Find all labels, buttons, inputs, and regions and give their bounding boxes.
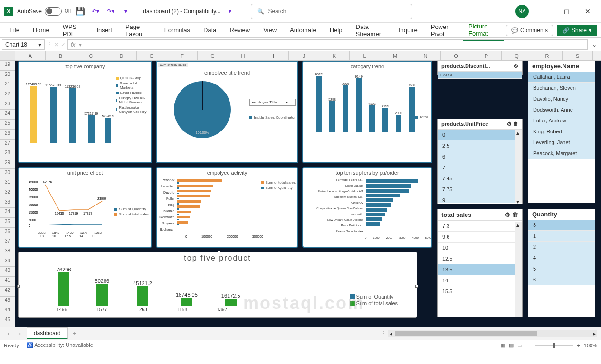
slicer-quantity[interactable]: Quantity 312456 (528, 209, 595, 317)
sheet-nav-prev[interactable]: ‹ (4, 330, 13, 337)
sheet-nav-next[interactable]: › (15, 330, 25, 337)
slicer-item[interactable]: 14 (438, 275, 522, 286)
slicer-unit-price[interactable]: products.UnitPrice⚙ 🗑 02.5677.457.7599.2… (437, 119, 523, 204)
slicer-item[interactable]: 15.5 (438, 286, 522, 297)
slicer-item[interactable]: 6 (438, 151, 522, 162)
slicer-item[interactable]: 2 (528, 242, 595, 252)
column-header[interactable]: M (380, 51, 410, 60)
qat-customize[interactable]: ▾ (120, 6, 132, 17)
resize-handle-top[interactable] (218, 251, 220, 253)
slicer-item[interactable]: 7.45 (438, 173, 522, 184)
column-header[interactable]: O (441, 51, 471, 60)
row-header[interactable]: 27 (0, 140, 15, 149)
row-header[interactable]: 20 (0, 71, 15, 81)
zoom-out[interactable]: — (526, 343, 531, 348)
save-button[interactable]: 💾 (75, 6, 86, 17)
tab-data[interactable]: Data (198, 24, 222, 37)
autosave-toggle[interactable]: AutoSave Off (17, 7, 71, 16)
column-header[interactable]: L (350, 51, 380, 60)
row-header[interactable]: 25 (0, 120, 15, 130)
slicer-item[interactable]: Fuller, Andrew (528, 115, 595, 126)
comments-button[interactable]: 💬 Comments (506, 25, 553, 36)
slicer-item[interactable]: FALSE (438, 72, 522, 79)
minimize-button[interactable]: — (536, 4, 555, 19)
slicer-item[interactable]: Leverling, Janet (528, 137, 595, 148)
row-header[interactable]: 32 (0, 188, 15, 198)
undo-button[interactable]: ↶▾ (90, 6, 101, 17)
slicer-item[interactable]: Buchanan, Steven (528, 83, 595, 93)
slicer-item[interactable]: Peacock, Margaret (528, 148, 595, 159)
column-header[interactable]: Q (502, 51, 532, 60)
row-header[interactable]: 19 (0, 61, 15, 71)
row-header[interactable]: 43 (0, 297, 15, 307)
row-header[interactable]: 38 (0, 247, 15, 257)
close-button[interactable]: ✕ (578, 4, 597, 19)
row-header[interactable]: 37 (0, 237, 15, 247)
slicer-item[interactable]: 3 (528, 220, 595, 231)
row-header[interactable]: 21 (0, 80, 15, 90)
slicer-item[interactable]: 5 (528, 263, 595, 274)
column-header[interactable]: A (15, 51, 46, 60)
collapse-ribbon[interactable]: ⌄ (590, 40, 599, 49)
slicer-discontinued[interactable]: products.Disconti...⚙ FALSE (437, 61, 523, 75)
redo-button[interactable]: ↷▾ (105, 6, 116, 17)
chart-employee-activity[interactable]: empolyee activity PeacockLeverlingDavoli… (156, 167, 298, 248)
select-all-corner[interactable] (0, 51, 15, 60)
row-header[interactable]: 28 (0, 149, 15, 159)
slicer-item[interactable]: 0 (438, 130, 522, 140)
slicer-item[interactable]: 7 (438, 162, 522, 173)
row-header[interactable]: 33 (0, 198, 15, 208)
name-box[interactable]: Chart 18▾ (2, 39, 45, 50)
column-header[interactable]: B (46, 51, 76, 60)
row-header[interactable]: 36 (0, 228, 15, 238)
horizontal-scrollbar[interactable]: ◂ ▸ (388, 330, 597, 337)
column-header[interactable]: S (563, 51, 593, 60)
cancel-formula-icon[interactable]: ✕ (54, 41, 59, 48)
column-header[interactable]: D (106, 51, 137, 60)
slicer-item[interactable]: 9 (438, 195, 522, 203)
chart-category-trend[interactable]: catogary trend 9532529879069149456241992… (302, 61, 432, 163)
sheet-tab-dashboard[interactable]: dashboard (27, 327, 68, 339)
row-header[interactable]: 31 (0, 178, 15, 188)
tab-formulas[interactable]: Formulas (159, 24, 196, 37)
tab-home[interactable]: Home (27, 24, 55, 37)
column-header[interactable]: K (319, 51, 350, 60)
slicer-item[interactable]: Davolio, Nancy (528, 93, 595, 104)
slicer-item[interactable]: 4 (528, 252, 595, 263)
chart-unit-price[interactable]: unit price effect 4500040000350002500015… (18, 167, 152, 248)
zoom-slider[interactable] (535, 345, 573, 346)
tab-review[interactable]: Review (224, 24, 256, 37)
row-header[interactable]: 22 (0, 90, 15, 100)
slicer-item[interactable]: King, Robert (528, 126, 595, 137)
chart-suppliers[interactable]: top ten supliers by pu/order Formaggi Fo… (302, 167, 432, 248)
slicer-item[interactable]: Callahan, Laura (528, 72, 595, 83)
slicer-item[interactable]: 1 (528, 231, 595, 242)
chart-employee-title[interactable]: Sum of total sales empolyee title trend … (156, 61, 298, 163)
maximize-button[interactable]: ◻ (557, 4, 576, 19)
slicer-item[interactable]: 7.75 (438, 184, 522, 195)
resize-handle-left[interactable] (17, 285, 20, 288)
column-header[interactable]: I (258, 51, 289, 60)
zoom-in[interactable]: + (577, 343, 580, 348)
slicer-item[interactable]: 9.6 (438, 232, 522, 243)
row-header[interactable]: 39 (0, 257, 15, 267)
row-header[interactable]: 44 (0, 306, 15, 316)
column-header[interactable]: J (289, 51, 319, 60)
row-header[interactable]: 23 (0, 100, 15, 110)
column-header[interactable]: R (532, 51, 563, 60)
toggle-switch[interactable] (45, 7, 62, 16)
tab-data-streamer[interactable]: Data Streamer (350, 20, 391, 40)
slicer-scrollbar[interactable]: ▴ (515, 222, 522, 317)
spreadsheet-canvas[interactable]: top five company 117483.39 115673.39 113… (15, 61, 601, 327)
column-header[interactable]: H (228, 51, 258, 60)
row-header[interactable]: 41 (0, 277, 15, 287)
slicer-item[interactable]: 10 (438, 243, 522, 253)
row-header[interactable]: 30 (0, 169, 15, 179)
user-avatar[interactable]: NA (515, 5, 529, 18)
add-sheet-button[interactable]: + (70, 330, 79, 337)
accessibility-status[interactable]: ♿ Accessibility: Unavailable (27, 342, 93, 348)
view-break-icon[interactable]: ▭ (517, 342, 522, 348)
row-header[interactable]: 29 (0, 159, 15, 169)
tab-view[interactable]: View (258, 24, 282, 37)
slicer-item[interactable]: 12.5 (438, 253, 522, 264)
